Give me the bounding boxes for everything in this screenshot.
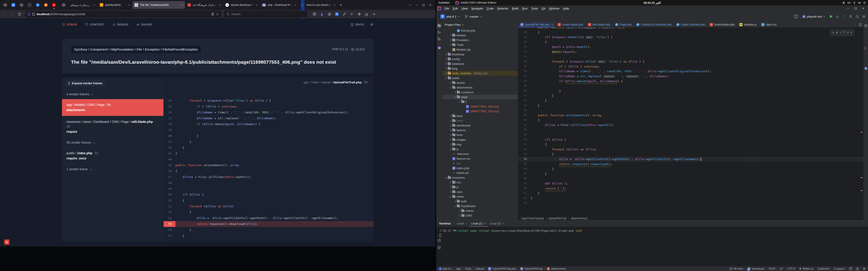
status-breadcrumb-item[interactable]: app <box>456 267 461 270</box>
desktop-app-icon[interactable] <box>4 239 9 245</box>
breadcrumb-item[interactable]: \App\Traits\Upload <box>521 217 544 220</box>
ai-assistant-icon[interactable] <box>864 66 868 70</box>
line-number[interactable]: 40 <box>518 89 531 94</box>
tree-item-bootstrap[interactable]: bootstrap <box>442 52 518 57</box>
editor-tab-ContactUsController.php[interactable]: CContactUsController.php <box>634 22 674 27</box>
line-number[interactable]: 34 <box>164 98 176 104</box>
pinned-tab-translate[interactable]: G <box>10 1 17 8</box>
line-number[interactable]: 48 <box>164 180 176 186</box>
status-item-nirootavan[interactable]: DAVnirootavan <box>747 267 765 270</box>
editor-tab-edit.blade.php[interactable]: ≡edit.blade.php <box>586 22 613 27</box>
vendor-frames-toggle[interactable]: 56 vendor frames <box>62 138 163 147</box>
close-button[interactable]: × <box>427 2 434 8</box>
line-number[interactable]: 37 <box>164 115 176 121</box>
browser-tab[interactable]: ●لندمارک, فروشگاه اینتر× <box>185 1 223 9</box>
tree-item-database[interactable]: database <box>442 61 518 66</box>
back-button[interactable]: ← <box>2 11 8 18</box>
line-number[interactable]: 28 <box>518 30 531 35</box>
settings-gear-icon[interactable] <box>370 23 373 26</box>
line-number[interactable]: 40 <box>164 133 176 139</box>
project-panel-header[interactable]: Project Files ⋮ <box>442 22 518 28</box>
line-number[interactable]: 57 <box>164 233 176 239</box>
tab-close-icon[interactable]: × <box>219 3 221 7</box>
editor-breadcrumbs[interactable]: \App\Traits\Upload›UploadFileTrait›attac… <box>518 216 864 220</box>
more-actions-icon[interactable]: ⋮ <box>842 14 846 19</box>
terminal-tab[interactable]: Local (2)× <box>469 221 488 227</box>
tab-share[interactable]: SHARE <box>136 23 152 26</box>
tree-item-js[interactable]: js <box>442 185 518 190</box>
line-number[interactable]: 60 <box>518 186 531 191</box>
pinned-tab-monero[interactable]: M <box>42 1 49 8</box>
chevron-expanded-icon[interactable] <box>454 205 456 207</box>
line-number[interactable]: 53 <box>164 209 176 215</box>
status-item-4-spaces[interactable]: 4 spaces <box>834 267 845 270</box>
line-number[interactable]: 44 <box>518 108 531 113</box>
tree-item-fonts[interactable]: fonts <box>442 133 518 137</box>
tree-item-lang[interactable]: lang <box>442 66 518 71</box>
line-number[interactable]: 35 <box>164 104 176 109</box>
line-number[interactable]: 33 <box>518 55 531 59</box>
focused-app[interactable]: IJ IntelliJ IDEA Ultimate Edition <box>456 1 496 4</box>
build-tool-icon[interactable] <box>437 245 441 250</box>
menu-file[interactable]: File <box>443 6 451 11</box>
tree-item-Dashboard[interactable]: Dashboard <box>442 204 518 208</box>
terminal-tab[interactable]: Local (3)× <box>488 221 506 227</box>
line-number[interactable]: 41 <box>164 139 176 145</box>
line-number[interactable]: 43 <box>164 150 176 157</box>
tree-item-robots.txt[interactable]: ≡robots.txt <box>442 170 518 175</box>
list-all-tabs-button[interactable] <box>407 2 413 8</box>
tree-item-attachments[interactable]: attachments <box>442 85 518 90</box>
status-item[interactable] <box>863 268 865 270</box>
line-number[interactable]: 34 <box>518 59 531 64</box>
tab-close-icon[interactable]: × <box>93 3 95 7</box>
chevron-collapsed-icon[interactable] <box>450 115 452 117</box>
pull-requests-tool-icon[interactable] <box>437 37 441 41</box>
chevron-collapsed-icon[interactable] <box>454 200 456 202</box>
blocker-extension-icon[interactable] <box>327 11 332 17</box>
line-number[interactable]: 56 <box>164 227 176 233</box>
tab-close-icon[interactable]: × <box>294 3 296 7</box>
tab-close-icon[interactable]: × <box>484 222 485 225</box>
line-number[interactable]: 61 <box>518 191 531 196</box>
profile-icon[interactable] <box>849 15 852 18</box>
chevron-collapsed-icon[interactable] <box>450 44 452 46</box>
inspections-widget[interactable]: ⚠4 ⚠7 ∧∨ <box>830 29 855 36</box>
line-number[interactable]: 37 <box>518 74 531 79</box>
editor-tab-PageController.php[interactable]: CPageController.php <box>674 22 708 27</box>
browser-tab[interactable]: >_How to use download× <box>299 1 337 9</box>
line-number[interactable]: 42 <box>518 98 531 103</box>
docs-link[interactable]: DOCS <box>350 23 364 26</box>
line-number[interactable]: 41 <box>518 93 531 98</box>
line-number[interactable]: 45 <box>518 113 531 118</box>
shield2-extension-icon[interactable] <box>356 11 362 17</box>
line-number[interactable]: 36 <box>164 109 176 115</box>
terminal-output[interactable]: 7:58:17 PM [vite] page reload resources/… <box>436 227 868 266</box>
line-number[interactable]: 32 <box>518 49 531 55</box>
editor[interactable]: 27public function saveFiles(Request $req… <box>518 28 864 216</box>
line-number[interactable]: 45 <box>164 162 176 168</box>
editor-options-icon[interactable]: ⋮ <box>854 23 857 26</box>
pinned-tab-acircle[interactable]: A <box>34 1 41 8</box>
line-number[interactable]: 49 <box>164 186 176 192</box>
line-number[interactable]: 42 <box>164 145 176 150</box>
chevron-collapsed-icon[interactable] <box>450 148 452 150</box>
notifications-bell-icon[interactable] <box>859 23 862 26</box>
status-breadcrumb-item[interactable]: Traits <box>465 267 471 270</box>
line-number[interactable]: 53 <box>518 152 531 157</box>
tree-item-Traits[interactable]: Traits <box>442 42 518 47</box>
tree-item-auth[interactable]: auth <box>442 199 518 204</box>
line-number[interactable]: 38 <box>518 79 531 84</box>
ai-assistant-tool-icon[interactable] <box>437 45 441 50</box>
pinned-tab-globe[interactable] <box>18 1 25 8</box>
system-tray[interactable]: en <box>842 1 866 4</box>
chevron-collapsed-icon[interactable] <box>450 191 452 193</box>
ide-minimize-button[interactable]: − <box>844 5 851 11</box>
status-item[interactable] <box>856 267 859 270</box>
tree-item-1698077553_406.png[interactable]: 1698077553_406.png <box>442 104 518 109</box>
menu-git[interactable]: Git <box>540 6 547 11</box>
project-tool-icon[interactable] <box>437 24 441 28</box>
chevron-collapsed-icon[interactable] <box>450 125 452 127</box>
line-number[interactable]: 55 <box>518 162 531 167</box>
chevron-expanded-icon[interactable] <box>458 214 460 216</box>
tab-close-icon[interactable]: × <box>465 222 467 225</box>
